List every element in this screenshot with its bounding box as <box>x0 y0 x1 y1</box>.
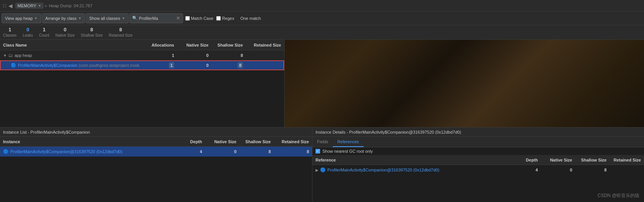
class-table-header: Class Name Allocations Native Size Shall… <box>0 40 284 50</box>
instance-details-panel: Instance Details - ProfilerMainActivity$… <box>312 128 644 202</box>
instance-depth-0: 4 <box>179 149 202 154</box>
panel-close-icon[interactable]: □ <box>3 3 6 8</box>
memory-dropdown[interactable]: MEMORY ▼ <box>15 3 44 9</box>
inst-col-native: Native Size <box>202 139 236 144</box>
gc-root-row: ✓ Show nearest GC root only <box>312 147 644 155</box>
profiler-alloc-value: 1 <box>169 62 174 68</box>
match-case-input[interactable] <box>185 16 190 21</box>
col-header-shallow-size: Shallow Size <box>209 43 243 47</box>
classes-label: Classes <box>3 33 17 38</box>
inst-col-shallow: Shallow Size <box>236 139 271 144</box>
instance-panel: Instance List - ProfilerMainActivity$Com… <box>0 128 312 202</box>
col-header-native-size: Native Size <box>174 43 209 47</box>
ref-col-native: Native Size <box>538 158 572 162</box>
shallow-size-value: 8 <box>91 27 93 33</box>
profiler-shallow-cell: 8 <box>209 63 243 68</box>
ref-expand-icon-0[interactable]: ▶ <box>316 168 319 172</box>
ref-depth-0: 4 <box>515 168 538 172</box>
stat-shallow-size: 8 Shallow Size <box>81 27 103 38</box>
profiler-class-icon: 🔵 <box>11 63 16 68</box>
instance-details-title: Instance Details - ProfilerMainActivity$… <box>312 128 644 137</box>
instance-native-0: 0 <box>202 149 236 154</box>
ref-name-0: ProfilerMainActivity$Companion@316397520… <box>327 168 515 172</box>
ref-col-retained: Retained Size <box>607 158 641 162</box>
instance-table-header: Instance Depth Native Size Shallow Size … <box>0 137 312 147</box>
col-header-class-name: Class Name <box>3 43 140 47</box>
retained-size-value: 8 <box>119 27 122 33</box>
ref-table-header: Reference Depth Native Size Shallow Size… <box>312 155 644 165</box>
profiler-class-row[interactable]: 🔵 ProfilerMainActivity$Companion (com.so… <box>0 60 284 70</box>
stat-classes: 1 Classes <box>3 27 17 38</box>
stat-native-size: 0 Native Size <box>55 27 75 38</box>
classes-value: 1 <box>8 27 11 33</box>
profiler-class-pkg: (com.southgnss.testproject.modules.profi… <box>79 63 140 68</box>
match-case-label: Match Case <box>191 16 214 21</box>
gc-root-label: Show nearest GC root only <box>322 149 373 154</box>
app-heap-name: app heap <box>15 53 140 58</box>
native-size-label: Native Size <box>55 33 75 38</box>
app-heap-shallow: 8 <box>209 53 243 58</box>
show-classes-caret-icon: ▼ <box>122 16 125 20</box>
ref-col-depth: Depth <box>515 158 538 162</box>
app-heap-folder-icon: 🗂 <box>8 53 13 58</box>
heap-dump-label: Heap Dump: 04:21.787 <box>49 3 92 8</box>
details-tabs: Fields References <box>312 137 644 147</box>
top-bar: □ ◀ MEMORY ▼ ▸ Heap Dump: 04:21.787 <box>0 0 644 11</box>
class-list-panel: Class Name Allocations Native Size Shall… <box>0 40 285 127</box>
instance-icon-0: 🔵 <box>3 149 9 154</box>
match-case-checkbox[interactable]: Match Case <box>185 16 214 21</box>
regex-label: Regex <box>222 16 234 21</box>
app-heap-allocations: 1 <box>140 53 174 58</box>
native-size-value: 0 <box>64 27 66 33</box>
inst-col-instance: Instance <box>3 139 179 144</box>
app-heap-row[interactable]: ▼ 🗂 app heap 1 0 8 <box>0 50 284 60</box>
stat-count: 1 Count <box>39 27 49 38</box>
tab-fields[interactable]: Fields <box>312 137 333 147</box>
instance-retained-0: 8 <box>271 149 309 154</box>
col-header-allocations: Allocations <box>140 43 174 47</box>
arrange-caret-icon: ▼ <box>78 16 81 20</box>
show-classes-label: Show all classes <box>89 16 120 21</box>
instance-name-0: ProfilerMainActivity$Companion@316397520… <box>10 149 179 154</box>
profiler-allocations-cell: 1 <box>140 63 174 68</box>
background-image <box>285 40 644 127</box>
gc-root-checkbox[interactable]: ✓ <box>316 149 320 154</box>
ref-col-shallow: Shallow Size <box>572 158 607 162</box>
instance-shallow-0: 8 <box>236 149 271 154</box>
count-label: Count <box>39 33 49 38</box>
ref-row-0[interactable]: ▶ 🔵 ProfilerMainActivity$Companion@31639… <box>312 165 644 175</box>
match-options: Match Case Regex One match <box>185 16 261 21</box>
image-panel <box>285 40 644 127</box>
toolbar: View app heap ▼ Arrange by class ▼ Show … <box>0 11 644 25</box>
profiler-native-cell: 0 <box>174 63 209 68</box>
profiler-class-name: ProfilerMainActivity$Companion (com.sout… <box>18 63 140 68</box>
col-header-retained-size: Retained Size <box>243 43 281 47</box>
memory-caret-icon: ▼ <box>38 4 41 8</box>
search-box[interactable]: 🔍 ProfilerMa ✕ <box>129 13 183 23</box>
search-clear-icon[interactable]: ✕ <box>176 15 180 21</box>
ref-class-icon-0: 🔵 <box>320 167 326 173</box>
back-button[interactable]: ◀ <box>8 3 14 9</box>
instance-list-title: Instance List - ProfilerMainActivity$Com… <box>0 128 312 137</box>
lower-section: Instance List - ProfilerMainActivity$Com… <box>0 128 644 202</box>
stats-row: 1 Classes 0 Leaks 1 Count 0 Native Size … <box>0 25 644 40</box>
view-app-heap-button[interactable]: View app heap ▼ <box>2 13 41 23</box>
regex-input[interactable] <box>216 16 221 21</box>
memory-label-text: MEMORY <box>18 3 36 8</box>
regex-checkbox[interactable]: Regex <box>216 16 234 21</box>
leaks-label: Leaks <box>23 33 33 38</box>
leaks-value: 0 <box>26 27 29 33</box>
arrange-by-class-button[interactable]: Arrange by class ▼ <box>42 13 85 23</box>
stat-retained-size: 8 Retained Size <box>109 27 133 38</box>
search-text: ProfilerMa <box>139 16 158 21</box>
shallow-size-label: Shallow Size <box>81 33 103 38</box>
stat-leaks: 0 Leaks <box>23 27 33 38</box>
view-app-heap-label: View app heap <box>5 16 33 21</box>
tab-references[interactable]: References <box>333 137 363 147</box>
ref-native-0: 0 <box>538 168 572 172</box>
inst-col-depth: Depth <box>179 139 202 144</box>
instance-row-0[interactable]: 🔵 ProfilerMainActivity$Companion@3163975… <box>0 147 312 157</box>
show-all-classes-button[interactable]: Show all classes ▼ <box>86 13 128 23</box>
app-heap-expand-icon: ▼ <box>3 53 7 58</box>
inst-col-retained: Retained Size <box>271 139 309 144</box>
